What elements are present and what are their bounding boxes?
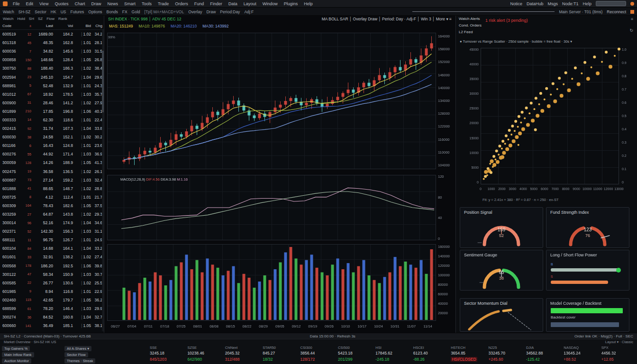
- ticker-strip-right[interactable]: Layout ▾ · Classic: [605, 340, 633, 345]
- ticker-column[interactable]: CSI3003856.44128/172289.0B: [298, 346, 335, 364]
- table-row[interactable]: 6013184548.35162.8|1.0128.1: [0, 38, 104, 47]
- menu-item[interactable]: Window: [263, 1, 278, 6]
- watchlist-tab[interactable]: Hold: [17, 17, 25, 22]
- table-row[interactable]: 0003331462.30118.6|1.0122.4: [0, 116, 104, 124]
- watchlist-header-cell[interactable]: Vol: [53, 24, 73, 28]
- ticker-filter-button[interactable]: Themes · Streak: [64, 358, 95, 364]
- menu-item[interactable]: News: [107, 1, 118, 6]
- ticker-filter-button[interactable]: Auction Monitor: [2, 358, 31, 364]
- menu-item[interactable]: Trade: [158, 1, 169, 6]
- watchlist-header-cell[interactable]: ±: [22, 24, 31, 28]
- panel-header-line1[interactable]: Watch Alerts: [459, 17, 480, 21]
- table-row[interactable]: 000568178186.20192.5|1.0639.8: [0, 262, 104, 270]
- table-row[interactable]: 6008877327.14159.2|1.0332.4: [0, 176, 104, 184]
- panel-refresh-icon[interactable]: ↻: [629, 28, 633, 33]
- panel-header-line2[interactable]: Cond. Orders: [459, 23, 482, 27]
- menu-item[interactable]: Layout: [244, 1, 256, 6]
- menu-item[interactable]: Fund: [194, 1, 204, 6]
- table-row[interactable]: 688981552.48132.9|1.0124.3: [0, 82, 104, 90]
- menu-item[interactable]: Msgs: [547, 1, 558, 6]
- toolbar-item[interactable]: Bonds: [107, 9, 118, 14]
- menu-item[interactable]: Chart: [74, 1, 85, 6]
- ticker-column[interactable]: N22533245.70+245.60+0.74%: [486, 346, 523, 364]
- table-row[interactable]: 60198598.94116.8|1.0122.9: [0, 287, 104, 296]
- table-row[interactable]: 60066014136.49185.1|1.0538.1: [0, 321, 104, 330]
- table-row[interactable]: 6010126718.92178.5|1.0335.7: [0, 90, 104, 99]
- table-row[interactable]: 600036734.82145.6|1.0331.5: [0, 47, 104, 55]
- ticker-column[interactable]: SZSE10238.46642/980512.3B: [184, 346, 222, 364]
- table-row[interactable]: 3002743684.52160.8|1.0432.7: [0, 313, 104, 321]
- table-row[interactable]: 6885996178.20146.4|1.0329.9: [0, 304, 104, 313]
- candlestick-chart-canvas[interactable]: [104, 31, 454, 332]
- menu-item[interactable]: File: [13, 1, 20, 6]
- table-row[interactable]: 0024751936.58136.5|1.0226.1: [0, 167, 104, 176]
- ticker-filter-button[interactable]: Top Gainers %: [2, 346, 30, 351]
- table-row[interactable]: 6018884188.65148.7|1.0228.8: [0, 184, 104, 193]
- table-row[interactable]: 30075088188.40186.3|1.0238.4: [0, 64, 104, 73]
- table-row[interactable]: 3000149652.16174.9|1.0434.6: [0, 218, 104, 227]
- watchlist-tab[interactable]: Flow: [46, 17, 55, 22]
- toolbar-item[interactable]: Gold: [132, 9, 140, 14]
- panel-menu-icon[interactable]: ≡: [631, 17, 633, 21]
- menu-item[interactable]: Node:T1: [562, 1, 579, 6]
- table-row[interactable]: 0024159231.74167.3|1.0433.8: [0, 124, 104, 133]
- chart-toolbar-labels[interactable]: MA BOLL SAR │ Overlay Draw │ Period: Day…: [322, 17, 452, 23]
- menu-item[interactable]: Finder: [210, 1, 222, 6]
- ticker-column[interactable]: NASDAQ13645.24+88.52+0.65%: [561, 346, 598, 364]
- table-row[interactable]: 60030916478.43182.6|1.0537.5: [0, 201, 104, 210]
- panel-header-line3[interactable]: L2 Feed: [459, 30, 473, 34]
- ticker-filter-button[interactable]: Main Inflow Rank: [2, 352, 34, 357]
- toolbar-item[interactable]: Sector: [35, 9, 46, 14]
- risk-alert-label[interactable]: 1 risk alert (3 pending): [485, 18, 528, 23]
- table-row[interactable]: 600519121689.00184.2|1.0234.2: [0, 30, 104, 38]
- watchlist-tab[interactable]: Watch: [3, 17, 13, 22]
- table-row[interactable]: 00259423245.10154.7|1.0429.6: [0, 73, 104, 81]
- toolbar-item[interactable]: HK: [51, 9, 56, 14]
- notification-bell-icon[interactable]: [630, 2, 634, 6]
- menu-item[interactable]: Help: [304, 1, 313, 6]
- watchlist-tab[interactable]: SH: [29, 17, 34, 22]
- table-row[interactable]: 60189921017.85196.8|1.0640.1: [0, 107, 104, 116]
- watchlist-header-cell[interactable]: Code: [0, 24, 22, 28]
- toolbar-item[interactable]: US: [61, 9, 66, 14]
- ticker-filter-button[interactable]: All A-Shares ▾: [64, 346, 91, 351]
- ticker-column[interactable]: DJIA34562.88-125.42-0.36%: [523, 346, 561, 364]
- ticker-column[interactable]: HSI17845.62-245.18-1.35%: [373, 346, 410, 364]
- menu-item[interactable]: Tools: [142, 1, 152, 6]
- toolbar-item[interactable]: Watch: [3, 9, 14, 14]
- ticker-column[interactable]: HSCEI6123.40-88.26-1.42%: [410, 346, 448, 364]
- status-right-label[interactable]: Order link OK · Msg(2) · Full · SEC: [574, 334, 633, 338]
- menu-item[interactable]: Quotes: [55, 1, 68, 6]
- toolbar-item[interactable]: Adj:F: [244, 9, 254, 14]
- toolbar-item[interactable]: Overlay: [188, 9, 202, 14]
- ticker-column[interactable]: ChiNext2045.32312/488187.6B: [222, 346, 260, 364]
- reconnect-button[interactable]: Reconnect: [607, 9, 626, 14]
- table-row[interactable]: 6002765544.92171.4|1.0336.9: [0, 150, 104, 158]
- table-row[interactable]: 3001224758.34150.9|1.0330.7: [0, 270, 104, 279]
- table-row[interactable]: 6000303824.58152.1|1.0230.2: [0, 133, 104, 141]
- menu-item[interactable]: Data: [228, 1, 237, 6]
- watchlist-scrollbar[interactable]: [102, 30, 104, 331]
- ticker-column[interactable]: STAR50845.2718/3235.6B: [260, 346, 297, 364]
- scrollbar-thumb[interactable]: [102, 51, 104, 112]
- table-row[interactable]: 6032592764.87143.8|1.0229.3: [0, 210, 104, 218]
- toolbar-item[interactable]: FX: [122, 9, 127, 14]
- table-row[interactable]: 00246011542.65179.7|1.0536.2: [0, 296, 104, 304]
- menu-item[interactable]: View: [39, 1, 48, 6]
- ticker-column[interactable]: CSI5005423.18201/299165.4B: [335, 346, 373, 364]
- chart-template-label[interactable]: [Tpl] MA+MACD+VOL: [145, 9, 184, 14]
- menu-item[interactable]: Orders: [175, 1, 188, 6]
- toolbar-item[interactable]: Options: [88, 9, 102, 14]
- table-row[interactable]: 30005912814.26188.9|1.0541.3: [0, 158, 104, 167]
- ticker-column[interactable]: SSE3245.18845/1203425.6B: [147, 346, 184, 364]
- table-row[interactable]: 601166616.43124.8|1.0123.6: [0, 141, 104, 150]
- watchlist-header-cell[interactable]: Last: [31, 24, 53, 28]
- watchlist-tab[interactable]: SZ: [38, 17, 43, 22]
- table-row[interactable]: 000858150148.66128.4|1.0526.8: [0, 55, 104, 64]
- menu-item[interactable]: Draw: [91, 1, 101, 6]
- ticker-column[interactable]: HSTECH3654.85HSI/CLOSED+0.86%: [448, 346, 485, 364]
- table-row[interactable]: 00072584.12112.4|1.0121.7: [0, 193, 104, 201]
- watchlist-header-cell[interactable]: Bid: [73, 24, 91, 28]
- scatter-canvas[interactable]: [456, 45, 637, 198]
- ticker-column[interactable]: SPX4456.32+12.85+0.29%: [599, 346, 636, 364]
